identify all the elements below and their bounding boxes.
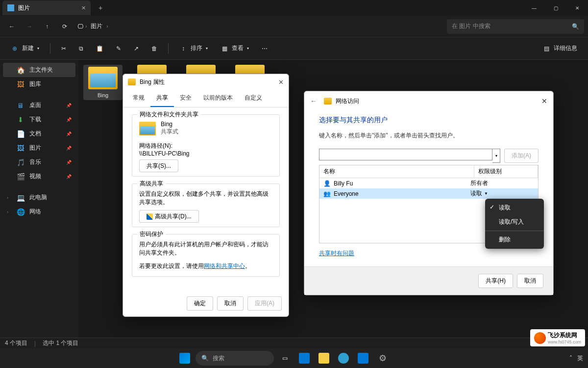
- col-name[interactable]: 名称: [319, 165, 474, 178]
- sidebar-item[interactable]: ›🌐网络: [3, 205, 75, 219]
- ok-button[interactable]: 确定: [187, 296, 213, 311]
- user-name: Everyone: [334, 190, 467, 197]
- forward-button[interactable]: →: [22, 19, 37, 34]
- nav-icon: 🌐: [17, 208, 24, 216]
- search-icon: 🔍: [201, 355, 209, 362]
- sidebar-item[interactable]: 🖥桌面📌: [3, 98, 75, 112]
- user-input[interactable]: [319, 149, 492, 160]
- window-tab[interactable]: 图片 ✕: [2, 0, 91, 15]
- share-button[interactable]: ↗: [129, 42, 144, 55]
- sidebar: 🏠主文件夹🖼图库🖥桌面📌⬇下载📌📄文档📌🖼图片📌🎵音乐📌🎬视频📌›💻此电脑›🌐网…: [0, 60, 78, 338]
- cancel-button[interactable]: 取消: [517, 274, 543, 288]
- cancel-button[interactable]: 取消: [217, 296, 244, 311]
- taskbar-app[interactable]: [295, 349, 313, 367]
- close-window-button[interactable]: ✕: [566, 0, 588, 16]
- dropdown-icon[interactable]: ▾: [492, 149, 500, 163]
- sort-icon: ↕: [179, 45, 187, 53]
- status-item-count: 4 个项目: [5, 339, 27, 347]
- refresh-button[interactable]: ⟳: [57, 19, 73, 34]
- sidebar-item[interactable]: ⬇下载📌: [3, 112, 75, 127]
- folder-icon: [324, 98, 332, 105]
- minimize-button[interactable]: —: [523, 0, 545, 16]
- new-tab-button[interactable]: +: [94, 1, 107, 15]
- pictures-icon: [7, 4, 14, 11]
- sidebar-item[interactable]: 🎬视频📌: [3, 169, 75, 184]
- breadcrumb[interactable]: 🖵 › 图片 ›: [77, 22, 108, 30]
- col-perm[interactable]: 权限级别: [474, 165, 538, 178]
- taskbar-app[interactable]: ⚙: [374, 349, 392, 367]
- windows-icon: [179, 353, 190, 364]
- props-tab[interactable]: 以前的版本: [197, 90, 239, 107]
- netpath-label: 网络路径(N):: [139, 142, 272, 150]
- chevron-down-icon: ▾: [247, 46, 249, 51]
- breadcrumb-seg[interactable]: 图片: [89, 22, 104, 30]
- copy-button[interactable]: ⧉: [74, 42, 88, 55]
- taskbar-app[interactable]: [315, 349, 333, 367]
- folder-icon: [88, 67, 118, 89]
- share-confirm-button[interactable]: 共享(H): [478, 274, 513, 288]
- sidebar-item[interactable]: 🖼图库: [3, 77, 75, 91]
- close-icon[interactable]: ✕: [278, 79, 284, 86]
- close-tab-icon[interactable]: ✕: [81, 5, 86, 11]
- folder-item[interactable]: Bing: [83, 65, 122, 100]
- ime-indicator[interactable]: 英: [577, 354, 583, 363]
- rename-button[interactable]: ✎: [111, 42, 126, 55]
- up-button[interactable]: ↑: [39, 19, 55, 34]
- start-button[interactable]: [176, 349, 194, 367]
- sidebar-item[interactable]: 🎵音乐📌: [3, 155, 75, 169]
- back-button[interactable]: ←: [4, 19, 20, 34]
- search-input[interactable]: 在 图片 中搜索 🔍: [447, 19, 584, 34]
- taskbar: 🔍 搜索 ▭ ⚙ ˄ 英: [0, 348, 588, 368]
- nav-icon: 🖼: [17, 80, 24, 88]
- permission-cell[interactable]: 读取 ▼: [470, 189, 534, 198]
- sidebar-item[interactable]: 📄文档📌: [3, 127, 75, 141]
- sidebar-item[interactable]: 🖼图片📌: [3, 141, 75, 155]
- pin-icon: 📌: [66, 117, 72, 122]
- table-row[interactable]: 👤Billy Fu所有者: [319, 178, 538, 188]
- sidebar-item[interactable]: 🏠主文件夹: [3, 63, 75, 77]
- menu-item-remove[interactable]: 删除: [485, 233, 544, 247]
- details-button[interactable]: ▤ 详细信息: [538, 41, 582, 55]
- taskbar-app[interactable]: [354, 349, 372, 367]
- chevron-right-icon: ›: [7, 210, 12, 214]
- maximize-button[interactable]: ▢: [545, 0, 566, 16]
- settings-icon: ⚙: [379, 353, 387, 364]
- props-tab[interactable]: 安全: [174, 90, 197, 107]
- add-button[interactable]: 添加(A): [504, 149, 539, 163]
- props-tab[interactable]: 自定义: [239, 90, 268, 107]
- menu-item-read[interactable]: 读取: [485, 201, 544, 215]
- user-name: Billy Fu: [334, 180, 467, 187]
- props-tab[interactable]: 共享: [150, 90, 174, 107]
- paste-button[interactable]: 📋: [91, 42, 108, 55]
- chevron-up-icon[interactable]: ˄: [569, 355, 572, 362]
- netpath-value: \\BILLYFU-PC\Bing: [139, 150, 272, 157]
- network-center-link[interactable]: 网络和共享中心: [204, 263, 245, 269]
- cut-button[interactable]: ✂: [56, 42, 71, 55]
- props-tab[interactable]: 常规: [127, 90, 150, 107]
- nav-icon: 🎵: [17, 158, 24, 166]
- share-button[interactable]: 共享(S)...: [139, 159, 178, 172]
- sidebar-item[interactable]: ›💻此电脑: [3, 190, 75, 205]
- taskbar-app[interactable]: [335, 349, 352, 367]
- task-view-button[interactable]: ▭: [276, 349, 294, 367]
- user-icon: 👤: [323, 180, 331, 187]
- folder-icon: [139, 122, 156, 135]
- menu-item-readwrite[interactable]: 读取/写入: [485, 215, 544, 229]
- back-icon[interactable]: ←: [310, 97, 317, 105]
- help-link[interactable]: 共享时有问题: [319, 250, 354, 257]
- sidebar-label: 下载: [29, 115, 41, 124]
- close-icon[interactable]: ✕: [541, 97, 547, 105]
- advanced-share-button[interactable]: 高级共享(D)...: [139, 210, 199, 223]
- apply-button[interactable]: 应用(A): [247, 296, 282, 311]
- folder-label: Bing: [98, 92, 108, 98]
- delete-button[interactable]: 🗑: [147, 42, 162, 55]
- more-button[interactable]: ⋯: [257, 42, 272, 55]
- table-row[interactable]: 👥Everyone读取 ▼: [319, 188, 538, 199]
- view-button[interactable]: ▦ 查看 ▾: [216, 41, 254, 55]
- new-button[interactable]: ⊕ 新建 ▾: [6, 41, 44, 55]
- sort-button[interactable]: ↕ 排序 ▾: [174, 41, 213, 55]
- nav-icon: 🖼: [17, 144, 24, 152]
- chevron-down-icon: ▼: [484, 191, 488, 196]
- pin-icon: 📌: [66, 131, 72, 136]
- taskbar-search[interactable]: 🔍 搜索: [196, 351, 274, 366]
